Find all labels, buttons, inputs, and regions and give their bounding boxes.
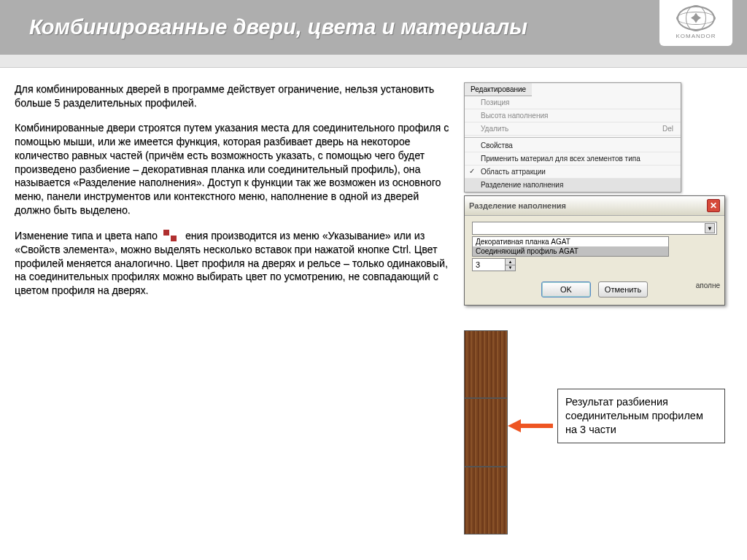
option-decorative[interactable]: Декоративная планка AGAT bbox=[473, 237, 668, 246]
door-segment bbox=[465, 467, 507, 534]
context-menu-tab[interactable]: Редактирование bbox=[465, 83, 532, 96]
paragraph-2: Комбинированные двери строятся путем ука… bbox=[15, 121, 453, 217]
door-segment bbox=[465, 399, 507, 467]
context-menu-item[interactable]: Разделение наполнения bbox=[465, 179, 681, 192]
parts-count-field[interactable]: 3 ▲▼ bbox=[472, 258, 516, 271]
option-connecting[interactable]: Соединяющий профиль AGAT bbox=[473, 246, 668, 256]
paragraph-1: Для комбинированных дверей в программе д… bbox=[15, 82, 453, 109]
chevron-down-icon[interactable]: ▼ bbox=[705, 223, 715, 233]
ok-button[interactable]: OK bbox=[541, 281, 591, 298]
cancel-button[interactable]: Отменить bbox=[598, 281, 648, 298]
body-text: Для комбинированных дверей в программе д… bbox=[15, 82, 457, 309]
context-menu-item: Позиция bbox=[465, 96, 681, 109]
brand-name: KOMANDOR bbox=[676, 33, 716, 39]
profile-type-combo[interactable]: ▼ bbox=[472, 222, 717, 235]
shortcut-label: Del bbox=[662, 125, 673, 133]
context-menu-item[interactable]: Применить материал для всех элементов ти… bbox=[465, 152, 681, 166]
door-preview bbox=[464, 330, 508, 534]
context-menu: Редактирование ПозицияВысота наполненияУ… bbox=[464, 82, 681, 192]
split-fill-dialog: Разделение наполнения ✕ ▼ Декоративная п… bbox=[464, 195, 725, 306]
truncated-label: аполне bbox=[696, 281, 720, 289]
dialog-title-text: Разделение наполнения bbox=[469, 201, 566, 210]
slide-header: Комбинированные двери, цвета и материалы… bbox=[0, 0, 747, 55]
context-menu-item: УдалитьDel bbox=[465, 122, 681, 136]
sub-header-strip bbox=[0, 55, 747, 68]
profile-type-listbox[interactable]: Декоративная планка AGAT Соединяющий про… bbox=[472, 236, 669, 257]
slide-title: Комбинированные двери, цвета и материалы bbox=[29, 15, 527, 39]
result-callout: Результат разбиения соединительным профи… bbox=[557, 389, 725, 443]
arrow-left-icon bbox=[508, 419, 553, 432]
brand-logo: KOMANDOR bbox=[659, 0, 732, 46]
split-tool-icon bbox=[159, 230, 184, 243]
menu-separator bbox=[465, 137, 681, 138]
spinner[interactable]: ▲▼ bbox=[505, 259, 515, 271]
door-segment bbox=[465, 331, 507, 399]
close-icon[interactable]: ✕ bbox=[707, 199, 720, 212]
paragraph-3: Изменение типа и цвета напоения производ… bbox=[15, 229, 453, 298]
context-menu-item[interactable]: Свойства bbox=[465, 139, 681, 152]
dialog-titlebar: Разделение наполнения ✕ bbox=[465, 196, 724, 216]
globe-icon bbox=[677, 6, 715, 31]
context-menu-item[interactable]: Область аттракции bbox=[465, 166, 681, 179]
context-menu-item: Высота наполнения bbox=[465, 109, 681, 122]
